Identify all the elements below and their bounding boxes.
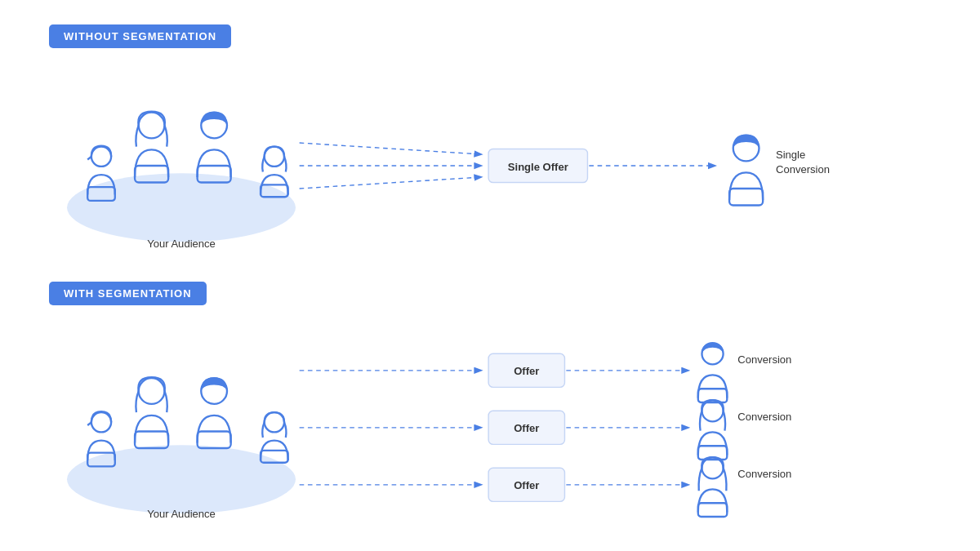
audience-label-top: Your Audience bbox=[147, 238, 216, 250]
svg-point-4 bbox=[139, 113, 165, 139]
top-section-svg: Your Audience Single Offer Single Conver… bbox=[33, 16, 947, 269]
person-top-2 bbox=[135, 112, 168, 183]
svg-point-1 bbox=[91, 147, 111, 167]
single-conversion-label: Single bbox=[776, 149, 805, 161]
svg-rect-44 bbox=[698, 503, 727, 517]
person-bot-3 bbox=[198, 377, 231, 448]
svg-line-12 bbox=[300, 177, 481, 189]
audience-label-bot: Your Audience bbox=[147, 508, 216, 520]
diagram-container: WITHOUT SEGMENTATION bbox=[0, 0, 980, 551]
person-bot-2 bbox=[135, 377, 168, 448]
svg-rect-24 bbox=[198, 432, 231, 449]
svg-point-18 bbox=[91, 412, 111, 432]
svg-text:Offer: Offer bbox=[514, 422, 539, 434]
person-bot-4 bbox=[261, 412, 288, 463]
svg-line-10 bbox=[300, 143, 481, 154]
bottom-section-svg: Your Audience Offer Offer Offer bbox=[33, 273, 947, 551]
svg-text:Offer: Offer bbox=[514, 479, 539, 491]
single-conversion-label2: Conversion bbox=[776, 163, 830, 176]
svg-text:Offer: Offer bbox=[514, 365, 539, 377]
conversion-label-3: Conversion bbox=[737, 468, 791, 480]
svg-point-21 bbox=[139, 378, 165, 404]
person-conversion-top bbox=[729, 135, 763, 206]
person-conv-2 bbox=[698, 400, 727, 460]
person-conv-3 bbox=[698, 457, 727, 517]
conversion-label-1: Conversion bbox=[737, 353, 791, 366]
person-conv-1 bbox=[698, 343, 727, 402]
person-top-3 bbox=[198, 112, 231, 183]
single-offer-label: Single Offer bbox=[508, 161, 568, 173]
conversion-label-2: Conversion bbox=[737, 411, 791, 423]
svg-rect-16 bbox=[729, 189, 763, 206]
